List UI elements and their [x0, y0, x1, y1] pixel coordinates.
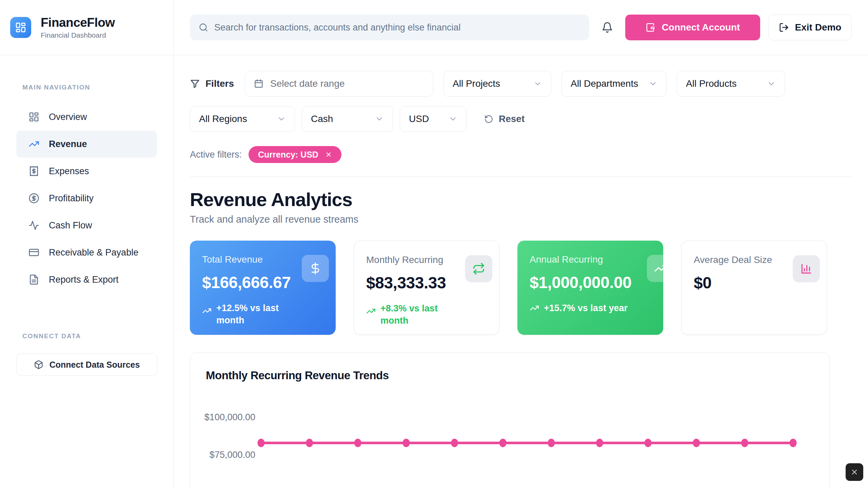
- dollar-sign-icon: [302, 255, 329, 282]
- filters-row-2: All Regions Cash USD Reset: [190, 106, 852, 132]
- stat-value: $1,000,000.00: [530, 273, 651, 292]
- currency-select[interactable]: USD: [400, 106, 467, 132]
- sidebar-item-label: Receivable & Payable: [49, 247, 138, 258]
- app-logo-icon: [10, 17, 31, 38]
- trending-up-icon: [202, 306, 212, 316]
- sidebar-item-label: Overview: [49, 112, 87, 122]
- sidebar-item-label: Expenses: [49, 166, 89, 177]
- page-subtitle: Track and analyze all revenue streams: [190, 214, 852, 225]
- sidebar-item-label: Cash Flow: [49, 220, 92, 231]
- calendar-icon: [254, 79, 263, 88]
- chevron-down-icon: [767, 79, 776, 88]
- sidebar-item-label: Reports & Export: [49, 274, 119, 285]
- cube-icon: [34, 360, 43, 369]
- trending-up-icon: [530, 303, 539, 313]
- revenue-trend-chart-card: Monthly Recurring Revenue Trends $100,00…: [190, 352, 830, 488]
- page-title: Revenue Analytics: [190, 188, 852, 210]
- rotate-ccw-icon: [484, 115, 493, 124]
- active-filters-row: Active filters: Currency: USD: [190, 146, 852, 163]
- sidebar-item-reports-export[interactable]: Reports & Export: [16, 266, 157, 293]
- receipt-icon: [28, 166, 39, 177]
- stat-cards-row: Total Revenue $166,666.67 +12.5% vs last…: [190, 241, 852, 335]
- sidebar-item-label: Revenue: [49, 139, 87, 149]
- nav-section-label: MAIN NAVIGATION: [22, 84, 173, 91]
- repeat-icon: [465, 255, 492, 282]
- sidebar-item-revenue[interactable]: Revenue: [16, 130, 157, 158]
- bell-icon: [601, 22, 613, 33]
- sidebar-item-profitability[interactable]: Profitability: [16, 185, 157, 212]
- notifications-button[interactable]: [589, 22, 625, 33]
- trending-up-icon: [647, 255, 663, 282]
- brand-header: FinanceFlow Financial Dashboard: [0, 0, 173, 55]
- funnel-icon: [190, 79, 200, 89]
- file-text-icon: [28, 274, 39, 285]
- activity-icon: [28, 220, 39, 231]
- departments-select[interactable]: All Departments: [561, 71, 667, 97]
- top-header: Connect Account Exit Demo: [174, 0, 868, 55]
- bar-chart-icon: [793, 255, 820, 282]
- chevron-down-icon: [449, 115, 457, 123]
- overlay-close-button[interactable]: [846, 463, 863, 481]
- credit-card-icon: [28, 247, 39, 258]
- stat-card-total-revenue: Total Revenue $166,666.67 +12.5% vs last…: [190, 241, 336, 335]
- exit-demo-label: Exit Demo: [795, 22, 842, 33]
- connect-data-sources-label: Connect Data Sources: [50, 360, 140, 370]
- connect-data-section-label: CONNECT DATA: [22, 332, 173, 340]
- regions-select[interactable]: All Regions: [190, 106, 295, 132]
- stat-card-monthly-recurring: Monthly Recurring $83,333.33 +8.3% vs la…: [354, 241, 499, 335]
- sidebar: FinanceFlow Financial Dashboard MAIN NAV…: [0, 0, 174, 488]
- chevron-down-icon: [533, 79, 542, 88]
- main-content: Filters All Projects All Departments All…: [174, 71, 868, 488]
- search-input[interactable]: [214, 22, 580, 33]
- stat-card-annual-recurring: Annual Recurring $1,000,000.00 +15.7% vs…: [517, 241, 663, 335]
- trending-up-icon: [366, 306, 376, 316]
- filters-label: Filters: [190, 78, 234, 89]
- brand-tagline: Financial Dashboard: [41, 31, 115, 39]
- date-range-input[interactable]: [245, 71, 433, 97]
- date-range-field[interactable]: [270, 78, 424, 89]
- sidebar-item-label: Profitability: [49, 193, 94, 204]
- sidebar-item-receivable-payable[interactable]: Receivable & Payable: [16, 239, 157, 266]
- currency-filter-chip[interactable]: Currency: USD: [249, 146, 341, 163]
- projects-select[interactable]: All Projects: [443, 71, 551, 97]
- trending-up-icon: [28, 139, 39, 149]
- sidebar-item-expenses[interactable]: Expenses: [16, 158, 157, 185]
- close-icon[interactable]: [325, 151, 332, 158]
- connect-data-sources-button[interactable]: Connect Data Sources: [16, 353, 157, 376]
- connect-account-button[interactable]: Connect Account: [625, 15, 760, 40]
- circle-dollar-icon: [28, 193, 39, 204]
- brand-name: FinanceFlow: [41, 16, 115, 30]
- log-out-icon: [779, 22, 789, 33]
- stat-change: +12.5% vs last month: [202, 302, 323, 327]
- sidebar-item-overview[interactable]: Overview: [16, 103, 157, 130]
- connect-account-label: Connect Account: [662, 22, 740, 33]
- payment-type-select[interactable]: Cash: [302, 106, 393, 132]
- search-icon: [199, 23, 208, 32]
- stat-card-average-deal-size: Average Deal Size $0: [681, 241, 827, 335]
- stat-label: Annual Recurring: [530, 254, 651, 265]
- global-search: [190, 15, 589, 40]
- layout-grid-icon: [28, 111, 39, 122]
- section-divider: [190, 177, 852, 177]
- chevron-down-icon: [277, 115, 286, 123]
- close-icon: [850, 468, 859, 476]
- stat-change: +8.3% vs last month: [366, 302, 487, 327]
- exit-demo-button[interactable]: Exit Demo: [768, 15, 852, 40]
- revenue-trend-svg: [190, 353, 829, 488]
- products-select[interactable]: All Products: [677, 71, 785, 97]
- wallet-icon: [646, 22, 656, 33]
- stat-change: +15.7% vs last year: [530, 302, 651, 314]
- reset-filters-button[interactable]: Reset: [484, 114, 525, 124]
- main-navigation: Overview Revenue Expenses Profitability …: [0, 103, 173, 293]
- chevron-down-icon: [649, 79, 657, 88]
- sidebar-item-cash-flow[interactable]: Cash Flow: [16, 212, 157, 239]
- active-filters-label: Active filters:: [190, 149, 242, 160]
- filters-row-1: Filters All Projects All Departments All…: [190, 71, 852, 97]
- chevron-down-icon: [375, 115, 384, 123]
